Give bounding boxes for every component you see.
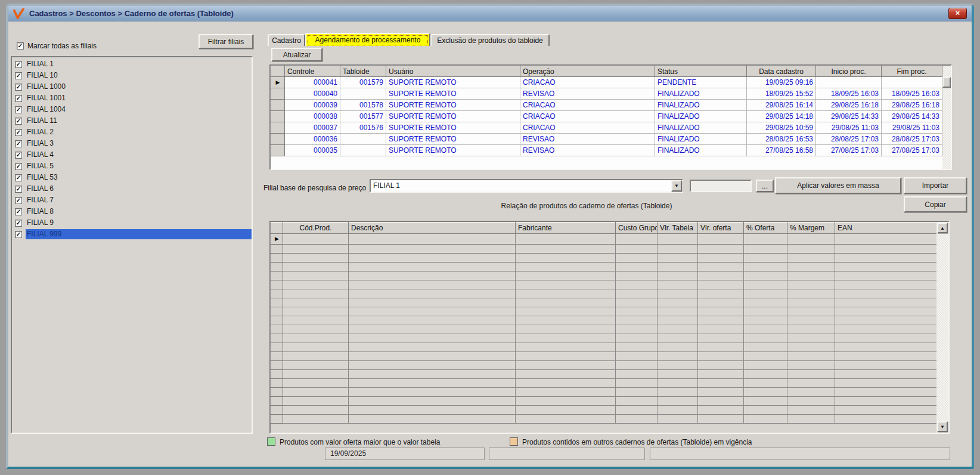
filial-list-item[interactable]: ✓ FILIAL 8	[12, 206, 252, 217]
product-empty-row[interactable]	[271, 406, 939, 415]
row-selector-cell[interactable]	[271, 415, 283, 424]
cell-operacao[interactable]: REVISAO	[520, 134, 655, 145]
row-selector-cell[interactable]	[271, 245, 283, 254]
row-selector-cell[interactable]	[271, 88, 285, 100]
cell-data-cadastro[interactable]: 29/08/25 16:14	[747, 100, 816, 111]
product-column-header[interactable]: Custo Grupo	[616, 223, 658, 234]
process-row[interactable]: 000040 SUPORTE REMOTO REVISAO FINALIZADO…	[271, 88, 942, 100]
checkbox-checked-icon[interactable]: ✓	[15, 186, 22, 193]
process-column-header[interactable]: Usuário	[386, 66, 520, 77]
product-column-header[interactable]: Descrição	[349, 223, 516, 234]
row-selector-cell[interactable]	[271, 263, 283, 272]
filial-list-item[interactable]: ✓ FILIAL 5	[12, 161, 252, 172]
cell-tabloide[interactable]	[340, 145, 386, 156]
process-column-header[interactable]: Operação	[520, 66, 655, 77]
checkbox-checked-icon[interactable]: ✓	[15, 231, 22, 238]
cell-data-cadastro[interactable]: 27/08/25 16:58	[747, 145, 816, 156]
row-selector-cell[interactable]	[271, 370, 283, 379]
cell-controle[interactable]: 000040	[285, 88, 340, 100]
process-column-header[interactable]: Status	[655, 66, 747, 77]
cell-inicio-proc[interactable]: 28/08/25 17:03	[816, 134, 882, 145]
refresh-button[interactable]: Atualizar	[271, 48, 322, 61]
cell-controle[interactable]: 000039	[285, 100, 340, 111]
cell-controle[interactable]: 000035	[285, 145, 340, 156]
row-selector-cell[interactable]	[271, 361, 283, 370]
process-column-header[interactable]: Tabloide	[340, 66, 386, 77]
row-selector-cell[interactable]	[271, 77, 285, 88]
cell-tabloide[interactable]	[340, 134, 386, 145]
cell-fim-proc[interactable]	[882, 77, 942, 88]
row-selector-cell[interactable]	[271, 334, 283, 343]
checkbox-checked-icon[interactable]: ✓	[15, 197, 22, 204]
product-empty-row[interactable]	[271, 280, 939, 289]
checkbox-checked-icon[interactable]: ✓	[15, 174, 22, 181]
cell-tabloide[interactable]: 001578	[340, 100, 386, 111]
cell-operacao[interactable]: CRIACAO	[520, 77, 655, 88]
row-selector-cell[interactable]	[271, 254, 283, 263]
cell-tabloide[interactable]: 001579	[340, 77, 386, 88]
row-selector-cell[interactable]	[271, 100, 285, 111]
row-selector-cell[interactable]	[271, 343, 283, 352]
filial-list-item[interactable]: ✓ FILIAL 1001	[12, 92, 252, 104]
product-empty-row[interactable]	[271, 325, 939, 334]
product-column-header[interactable]: % Oferta	[744, 223, 787, 234]
row-selector-cell[interactable]	[271, 280, 283, 289]
filial-list-item[interactable]: ✓ FILIAL 10	[12, 70, 252, 81]
row-selector-cell[interactable]	[271, 289, 283, 298]
row-selector-cell[interactable]	[271, 406, 283, 415]
checkbox-checked-icon[interactable]: ✓	[15, 84, 22, 91]
cell-operacao[interactable]: CRIACAO	[520, 100, 655, 111]
cell-inicio-proc[interactable]: 29/08/25 16:18	[816, 100, 882, 111]
cell-tabloide[interactable]: 001576	[340, 122, 386, 134]
filial-list-item[interactable]: ✓ FILIAL 999	[12, 229, 252, 240]
product-empty-row[interactable]	[271, 415, 939, 424]
product-empty-row[interactable]	[271, 316, 939, 325]
product-empty-row[interactable]	[271, 361, 939, 370]
cell-status[interactable]: FINALIZADO	[655, 111, 747, 122]
cell-tabloide[interactable]	[340, 88, 386, 100]
process-column-header[interactable]: Inicio proc.	[816, 66, 882, 77]
filter-filiais-button[interactable]: Filtrar filiais	[199, 34, 253, 49]
cell-fim-proc[interactable]: 29/08/25 11:03	[882, 122, 942, 134]
cell-inicio-proc[interactable]: 18/09/25 16:03	[816, 88, 882, 100]
filial-list-item[interactable]: ✓ FILIAL 3	[12, 138, 252, 149]
product-empty-row[interactable]	[271, 388, 939, 397]
product-column-header[interactable]: % Margem	[787, 223, 835, 234]
cell-usuario[interactable]: SUPORTE REMOTO	[386, 100, 520, 111]
filial-list-item[interactable]: ✓ FILIAL 9	[12, 217, 252, 229]
products-grid-scrollbar[interactable]: ▲ ▼	[936, 222, 948, 433]
process-row[interactable]: 000037 001576 SUPORTE REMOTO CRIACAO FIN…	[271, 122, 942, 134]
cell-data-cadastro[interactable]: 19/09/25 09:16	[747, 77, 816, 88]
filial-list-item[interactable]: ✓ FILIAL 53	[12, 172, 252, 183]
cell-usuario[interactable]: SUPORTE REMOTO	[386, 77, 520, 88]
cell-inicio-proc[interactable]: 27/08/25 17:03	[816, 145, 882, 156]
price-base-combobox[interactable]: FILIAL 1 ▼	[370, 179, 683, 193]
process-grid-scrollbar[interactable]	[942, 66, 951, 169]
cell-inicio-proc[interactable]: 29/08/25 14:33	[816, 111, 882, 122]
apply-mass-values-button[interactable]: Aplicar valores em massa	[775, 177, 901, 194]
process-column-header[interactable]: Fim proc.	[882, 66, 942, 77]
checkbox-checked-icon[interactable]: ✓	[15, 72, 22, 79]
cell-operacao[interactable]: REVISAO	[520, 88, 655, 100]
process-row[interactable]: 000038 001577 SUPORTE REMOTO CRIACAO FIN…	[271, 111, 942, 122]
footer-date-field[interactable]: 19/09/2025	[325, 448, 485, 460]
cell-operacao[interactable]: REVISAO	[520, 145, 655, 156]
product-column-header[interactable]: Cód.Prod.	[283, 223, 349, 234]
scroll-up-icon[interactable]: ▲	[937, 223, 948, 233]
filial-list-item[interactable]: ✓ FILIAL 4	[12, 149, 252, 161]
product-empty-row[interactable]	[271, 397, 939, 406]
check-all-filiais[interactable]: ✓ Marcar todas as filiais	[17, 42, 97, 50]
checkbox-checked-icon[interactable]: ✓	[15, 163, 22, 170]
cell-operacao[interactable]: CRIACAO	[520, 111, 655, 122]
cell-status[interactable]: FINALIZADO	[655, 122, 747, 134]
row-selector-cell[interactable]	[271, 145, 285, 156]
cell-controle[interactable]: 000037	[285, 122, 340, 134]
scroll-down-icon[interactable]: ▼	[937, 421, 948, 432]
process-column-header[interactable]: Data cadastro	[747, 66, 816, 77]
checkbox-checked-icon[interactable]: ✓	[15, 152, 22, 159]
row-selector-cell[interactable]	[271, 272, 283, 280]
chevron-down-icon[interactable]: ▼	[671, 180, 682, 192]
product-empty-row[interactable]	[271, 245, 939, 254]
row-selector-cell[interactable]	[271, 352, 283, 361]
cell-data-cadastro[interactable]: 18/09/25 15:52	[747, 88, 816, 100]
